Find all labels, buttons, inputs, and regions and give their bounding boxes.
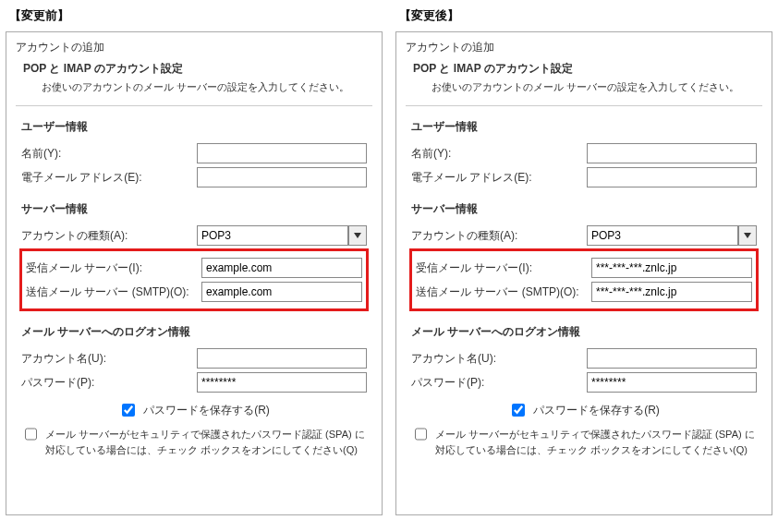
label-account-name: アカウント名(U): — [411, 351, 587, 367]
panel-after-title: 【変更後】 — [399, 7, 772, 24]
dialog-header: POP と IMAP のアカウント設定 お使いのアカウントのメール サーバーの設… — [16, 61, 372, 106]
section-logon-info: メール サーバーへのログオン情報 — [411, 324, 762, 340]
label-account-name: アカウント名(U): — [21, 351, 197, 367]
spa-label: メール サーバーがセキュリティで保護されたパスワード認証 (SPA) に対応して… — [45, 427, 367, 457]
save-password-checkbox[interactable] — [122, 404, 135, 417]
label-outgoing-server: 送信メール サーバー (SMTP)(O): — [416, 284, 591, 300]
dialog-before: アカウントの追加 POP と IMAP のアカウント設定 お使いのアカウントのメ… — [6, 31, 383, 515]
incoming-server-input[interactable] — [201, 258, 362, 278]
email-input[interactable] — [197, 167, 367, 187]
section-server-info: サーバー情報 — [21, 201, 372, 217]
label-email: 電子メール アドレス(E): — [411, 170, 587, 186]
save-password-checkbox[interactable] — [512, 404, 525, 417]
account-name-input[interactable] — [197, 348, 367, 369]
panel-after: 【変更後】 アカウントの追加 POP と IMAP のアカウント設定 お使いのア… — [395, 7, 772, 515]
account-name-input[interactable] — [587, 348, 757, 369]
spa-label: メール サーバーがセキュリティで保護されたパスワード認証 (SPA) に対応して… — [435, 427, 757, 457]
outgoing-server-input[interactable] — [591, 282, 752, 302]
password-input[interactable] — [197, 372, 367, 393]
header-sub: お使いのアカウントのメール サーバーの設定を入力してください。 — [432, 80, 762, 94]
section-server-info: サーバー情報 — [411, 201, 762, 217]
dropdown-button[interactable] — [348, 225, 367, 246]
label-incoming-server: 受信メール サーバー(I): — [26, 260, 201, 276]
label-name: 名前(Y): — [411, 146, 587, 162]
dropdown-button[interactable] — [738, 225, 757, 246]
label-password: パスワード(P): — [21, 375, 197, 391]
label-password: パスワード(P): — [411, 375, 587, 391]
account-type-select[interactable] — [587, 225, 757, 246]
chevron-down-icon — [354, 233, 361, 238]
save-password-label: パスワードを保存する(R) — [143, 403, 270, 418]
section-user-info: ユーザー情報 — [411, 119, 762, 135]
account-type-value[interactable] — [587, 225, 738, 246]
label-incoming-server: 受信メール サーバー(I): — [416, 260, 591, 276]
header-sub: お使いのアカウントのメール サーバーの設定を入力してください。 — [42, 80, 372, 94]
dialog-header: POP と IMAP のアカウント設定 お使いのアカウントのメール サーバーの設… — [406, 61, 762, 106]
password-input[interactable] — [587, 372, 757, 393]
header-main: POP と IMAP のアカウント設定 — [23, 61, 372, 77]
dialog-title: アカウントの追加 — [406, 40, 762, 55]
header-main: POP と IMAP のアカウント設定 — [413, 61, 762, 77]
label-name: 名前(Y): — [21, 146, 197, 162]
name-input[interactable] — [587, 143, 757, 163]
label-email: 電子メール アドレス(E): — [21, 170, 197, 186]
account-type-select[interactable] — [197, 225, 367, 246]
panel-before: 【変更前】 アカウントの追加 POP と IMAP のアカウント設定 お使いのア… — [6, 7, 383, 515]
save-password-label: パスワードを保存する(R) — [533, 403, 660, 418]
section-logon-info: メール サーバーへのログオン情報 — [21, 324, 372, 340]
spa-checkbox[interactable] — [25, 428, 37, 441]
dialog-after: アカウントの追加 POP と IMAP のアカウント設定 お使いのアカウントのメ… — [395, 31, 772, 515]
outgoing-server-input[interactable] — [201, 282, 362, 302]
chevron-down-icon — [744, 233, 751, 238]
account-type-value[interactable] — [197, 225, 348, 246]
spa-checkbox[interactable] — [415, 428, 427, 441]
comparison-container: 【変更前】 アカウントの追加 POP と IMAP のアカウント設定 お使いのア… — [0, 0, 778, 523]
label-account-type: アカウントの種類(A): — [21, 228, 197, 244]
label-outgoing-server: 送信メール サーバー (SMTP)(O): — [26, 284, 201, 300]
name-input[interactable] — [197, 143, 367, 163]
section-user-info: ユーザー情報 — [21, 119, 372, 135]
panel-before-title: 【変更前】 — [9, 7, 383, 24]
label-account-type: アカウントの種類(A): — [411, 228, 587, 244]
incoming-server-input[interactable] — [591, 258, 752, 278]
highlight-server-fields: 受信メール サーバー(I): 送信メール サーバー (SMTP)(O): — [409, 248, 759, 311]
highlight-server-fields: 受信メール サーバー(I): 送信メール サーバー (SMTP)(O): — [19, 248, 369, 311]
email-input[interactable] — [587, 167, 757, 187]
dialog-title: アカウントの追加 — [16, 40, 372, 55]
